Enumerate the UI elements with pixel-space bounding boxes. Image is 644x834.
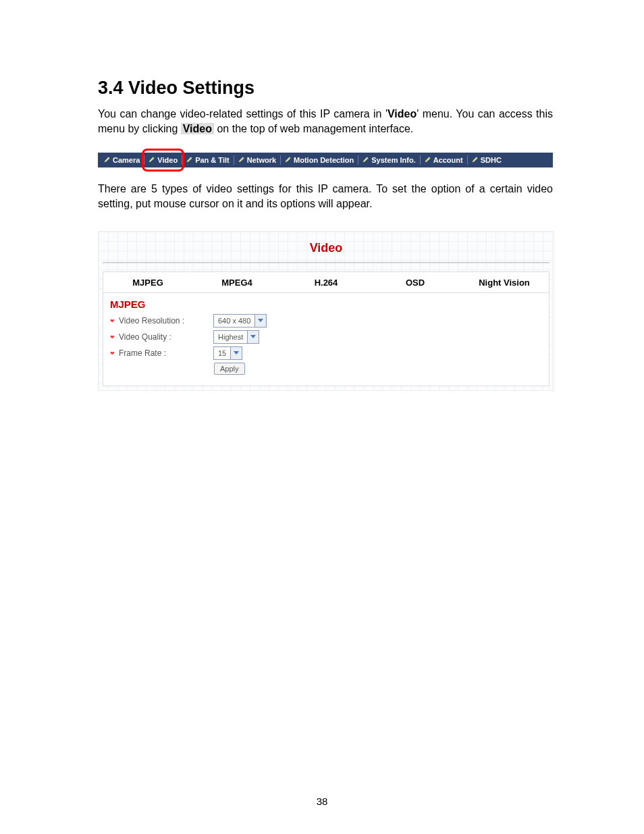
select-video-resolution[interactable]: 640 x 480 xyxy=(213,314,267,328)
tab-h-264[interactable]: H.264 xyxy=(281,278,371,288)
form-label: Video Resolution : xyxy=(119,316,213,325)
bold-video-word: Video xyxy=(387,108,417,120)
pencil-icon xyxy=(285,156,294,164)
intro-paragraph: You can change video-related settings of… xyxy=(98,107,553,136)
nav-item-system-info[interactable]: System Info. xyxy=(358,153,419,167)
main-navbar: CameraVideoPan & TiltNetworkMotion Detec… xyxy=(98,153,553,167)
select-value: 15 xyxy=(214,349,230,357)
apply-button[interactable]: Apply xyxy=(214,363,245,375)
text-fragment: on the top of web management interface. xyxy=(214,123,413,134)
tab-mpeg4[interactable]: MPEG4 xyxy=(192,278,281,288)
settings-form: ❤Video Resolution :640 x 480❤Video Quali… xyxy=(110,314,542,360)
heart-bullet-icon: ❤ xyxy=(110,350,115,357)
pencil-icon xyxy=(472,156,481,164)
tab-body: MJPEG ❤Video Resolution :640 x 480❤Video… xyxy=(103,292,549,386)
nav-item-camera[interactable]: Camera xyxy=(100,153,144,167)
page-number: 38 xyxy=(0,796,644,807)
heart-bullet-icon: ❤ xyxy=(110,334,115,340)
form-row: ❤Video Resolution :640 x 480 xyxy=(110,314,542,328)
tab-mjpeg[interactable]: MJPEG xyxy=(103,278,192,288)
nav-item-pan-tilt[interactable]: Pan & Tilt xyxy=(182,153,234,167)
nav-item-account[interactable]: Account xyxy=(421,153,467,167)
chevron-down-icon[interactable] xyxy=(247,331,259,343)
pencil-icon xyxy=(186,156,195,164)
pencil-icon xyxy=(363,156,371,164)
chevron-down-icon[interactable] xyxy=(254,315,266,327)
document-page: 3.4 Video Settings You can change video-… xyxy=(0,0,644,834)
form-row: ❤Video Quality :Highest xyxy=(110,330,542,344)
apply-row: ◆ Apply xyxy=(110,363,542,375)
tab-osd[interactable]: OSD xyxy=(371,278,460,288)
chevron-down-icon[interactable] xyxy=(230,347,242,359)
description-paragraph: There are 5 types of video settings for … xyxy=(98,182,553,211)
nav-item-label: Motion Detection xyxy=(294,156,354,164)
nav-item-network[interactable]: Network xyxy=(234,153,280,167)
text-fragment: You can change video-related settings of… xyxy=(98,108,387,120)
pencil-icon xyxy=(425,156,433,164)
nav-item-label: Camera xyxy=(113,156,140,164)
panel-title: Video xyxy=(99,232,554,262)
nav-item-motion-detection[interactable]: Motion Detection xyxy=(281,153,358,167)
nav-item-video[interactable]: Video xyxy=(144,153,182,167)
nav-item-label: Pan & Tilt xyxy=(195,156,230,164)
video-settings-panel: Video MJPEGMPEG4H.264OSDNight Vision MJP… xyxy=(98,231,554,391)
pencil-icon xyxy=(104,156,113,164)
nav-item-label: SDHC xyxy=(481,156,502,164)
nav-item-label: Video xyxy=(157,156,178,164)
select-value: Highest xyxy=(214,333,247,341)
form-label: Frame Rate : xyxy=(119,348,213,358)
navbar-screenshot: CameraVideoPan & TiltNetworkMotion Detec… xyxy=(98,151,553,170)
section-heading: 3.4 Video Settings xyxy=(98,78,553,99)
heart-bullet-icon: ❤ xyxy=(110,318,115,324)
nav-item-sdhc[interactable]: SDHC xyxy=(468,153,506,167)
nav-item-label: Account xyxy=(433,156,463,164)
select-video-quality[interactable]: Highest xyxy=(213,330,259,344)
nav-item-label: System Info. xyxy=(371,156,415,164)
active-tab-title: MJPEG xyxy=(110,298,542,310)
video-button-reference: Video xyxy=(181,123,214,134)
select-frame-rate[interactable]: 15 xyxy=(213,346,242,360)
panel-title-divider xyxy=(103,262,549,263)
pencil-icon xyxy=(238,156,247,164)
pencil-icon xyxy=(149,156,157,164)
form-label: Video Quality : xyxy=(119,332,213,342)
tab-night-vision[interactable]: Night Vision xyxy=(460,278,549,288)
form-row: ❤Frame Rate :15 xyxy=(110,346,542,360)
nav-item-label: Network xyxy=(247,156,276,164)
select-value: 640 x 480 xyxy=(214,317,254,325)
video-tab-row: MJPEGMPEG4H.264OSDNight Vision xyxy=(103,271,549,292)
